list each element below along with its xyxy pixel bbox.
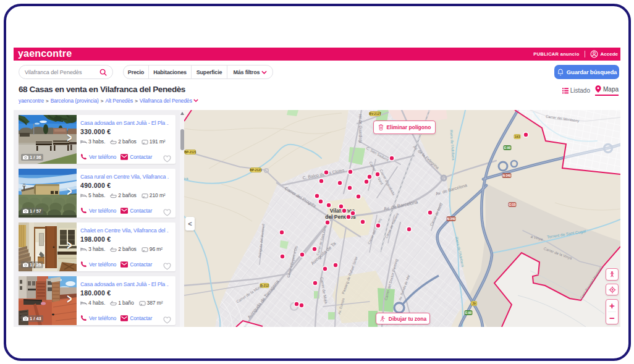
svg-text:N-340: N-340 [447,217,455,221]
svg-text:E-90: E-90 [504,146,511,150]
svg-text:trà: trà [184,177,188,180]
svg-text:BV-2127: BV-2127 [369,112,381,116]
svg-text:rer de Guardiola: rer de Guardiola [358,114,363,143]
svg-text:BP-2121: BP-2121 [250,168,262,172]
svg-text:BP-2121: BP-2121 [184,150,197,154]
svg-text:193: 193 [515,135,520,138]
svg-text:29: 29 [472,302,476,305]
svg-text:E-90: E-90 [465,311,472,315]
svg-text:N-340: N-340 [502,174,511,177]
svg-text:C-15: C-15 [509,203,516,206]
